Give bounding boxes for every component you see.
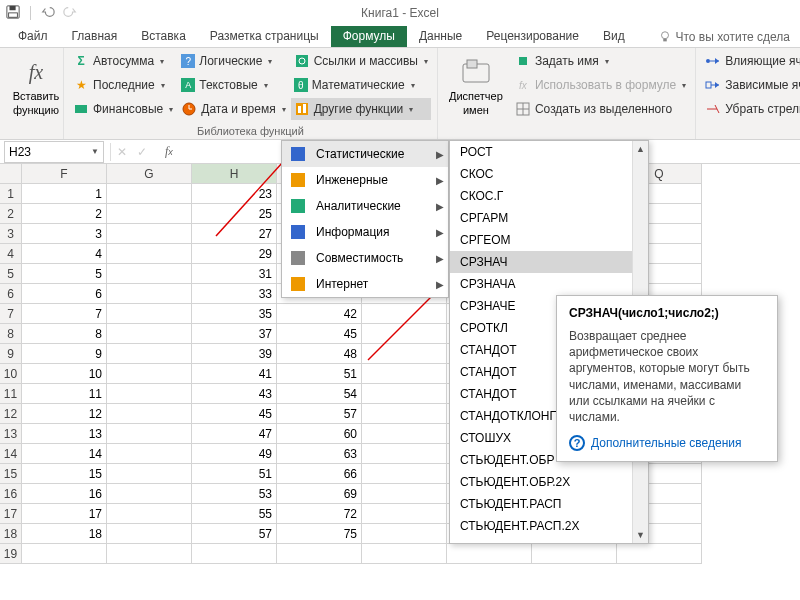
row-header[interactable]: 4 (0, 244, 22, 264)
row-header[interactable]: 18 (0, 524, 22, 544)
scroll-down-icon[interactable]: ▼ (633, 527, 648, 543)
cell[interactable]: 41 (192, 364, 277, 384)
tab-formulas[interactable]: Формулы (331, 26, 407, 47)
undo-icon[interactable] (41, 5, 55, 22)
cell[interactable] (362, 504, 447, 524)
insert-function-button[interactable]: fx Вставить функцию (6, 50, 66, 122)
cell[interactable] (107, 524, 192, 544)
tab-file[interactable]: Файл (6, 26, 60, 47)
cell[interactable]: 11 (22, 384, 107, 404)
cell[interactable]: 72 (277, 504, 362, 524)
cell[interactable] (22, 544, 107, 564)
logical-button[interactable]: ?Логические▾ (178, 50, 288, 72)
cell[interactable]: 45 (192, 404, 277, 424)
cell[interactable] (362, 344, 447, 364)
function-item[interactable]: СКОС (450, 163, 648, 185)
cell[interactable]: 35 (192, 304, 277, 324)
cell[interactable] (362, 324, 447, 344)
cell[interactable] (362, 524, 447, 544)
submenu-item[interactable]: Инженерные▶ (282, 167, 448, 193)
row-header[interactable]: 10 (0, 364, 22, 384)
fx-button[interactable]: fx (165, 144, 173, 159)
cell[interactable]: 60 (277, 424, 362, 444)
cell[interactable] (107, 404, 192, 424)
cell[interactable]: 8 (22, 324, 107, 344)
cell[interactable] (362, 484, 447, 504)
cell[interactable]: 39 (192, 344, 277, 364)
cell[interactable] (447, 544, 532, 564)
row-header[interactable]: 17 (0, 504, 22, 524)
cell[interactable]: 48 (277, 344, 362, 364)
financial-button[interactable]: Финансовые▾ (70, 98, 176, 120)
function-item[interactable]: СТЬЮДЕНТ.РАСП (450, 493, 648, 515)
cell[interactable] (107, 384, 192, 404)
col-header[interactable]: H (192, 164, 277, 184)
cell[interactable] (362, 424, 447, 444)
cell[interactable]: 55 (192, 504, 277, 524)
tell-me[interactable]: Что вы хотите сдела (654, 26, 801, 47)
row-header[interactable]: 12 (0, 404, 22, 424)
cell[interactable]: 25 (192, 204, 277, 224)
tab-layout[interactable]: Разметка страницы (198, 26, 331, 47)
tab-view[interactable]: Вид (591, 26, 637, 47)
cell[interactable] (107, 304, 192, 324)
row-header[interactable]: 11 (0, 384, 22, 404)
cell[interactable]: 51 (277, 364, 362, 384)
cell[interactable]: 66 (277, 464, 362, 484)
function-item[interactable]: СРЗНАЧ (450, 251, 648, 273)
cell[interactable] (107, 224, 192, 244)
cancel-icon[interactable]: ✕ (117, 145, 127, 159)
trace-precedents-button[interactable]: Влияющие ячейки (702, 50, 800, 72)
create-from-selection-button[interactable]: Создать из выделенного (512, 98, 689, 120)
col-header[interactable]: F (22, 164, 107, 184)
function-item[interactable]: СРЗНАЧА (450, 273, 648, 295)
cell[interactable]: 49 (192, 444, 277, 464)
row-header[interactable]: 9 (0, 344, 22, 364)
tab-home[interactable]: Главная (60, 26, 130, 47)
row-header[interactable]: 2 (0, 204, 22, 224)
tooltip-more-link[interactable]: ? Дополнительные сведения (569, 435, 765, 451)
function-item[interactable]: СРГЕОМ (450, 229, 648, 251)
remove-arrows-button[interactable]: Убрать стрелки▾ (702, 98, 800, 120)
cell[interactable]: 33 (192, 284, 277, 304)
cell[interactable] (107, 364, 192, 384)
function-item[interactable]: СТЬЮДЕНТ.РАСП.2Х (450, 515, 648, 537)
cell[interactable]: 5 (22, 264, 107, 284)
cell[interactable] (107, 484, 192, 504)
cell[interactable]: 1 (22, 184, 107, 204)
cell[interactable] (107, 424, 192, 444)
select-all-corner[interactable] (0, 164, 22, 184)
autosum-button[interactable]: ΣАвтосумма▾ (70, 50, 176, 72)
submenu-item[interactable]: Совместимость▶ (282, 245, 448, 271)
cell[interactable] (362, 364, 447, 384)
enter-icon[interactable]: ✓ (137, 145, 147, 159)
cell[interactable] (107, 284, 192, 304)
cell[interactable] (107, 324, 192, 344)
cell[interactable]: 10 (22, 364, 107, 384)
cell[interactable] (532, 544, 617, 564)
cell[interactable]: 51 (192, 464, 277, 484)
name-manager-button[interactable]: Диспетчер имен (444, 50, 508, 122)
function-item[interactable]: РОСТ (450, 141, 648, 163)
function-item[interactable]: СКОС.Г (450, 185, 648, 207)
cell[interactable]: 45 (277, 324, 362, 344)
cell[interactable] (107, 204, 192, 224)
cell[interactable]: 53 (192, 484, 277, 504)
text-button[interactable]: AТекстовые▾ (178, 74, 288, 96)
row-header[interactable]: 6 (0, 284, 22, 304)
submenu-item[interactable]: Интернет▶ (282, 271, 448, 297)
cell[interactable]: 12 (22, 404, 107, 424)
scroll-up-icon[interactable]: ▲ (633, 141, 648, 157)
row-header[interactable]: 3 (0, 224, 22, 244)
cell[interactable]: 17 (22, 504, 107, 524)
tab-data[interactable]: Данные (407, 26, 474, 47)
cell[interactable]: 15 (22, 464, 107, 484)
chevron-down-icon[interactable]: ▼ (91, 147, 99, 156)
cell[interactable] (107, 444, 192, 464)
row-header[interactable]: 5 (0, 264, 22, 284)
cell[interactable] (362, 444, 447, 464)
row-header[interactable]: 1 (0, 184, 22, 204)
cell[interactable]: 69 (277, 484, 362, 504)
name-box[interactable]: H23▼ (4, 141, 104, 163)
cell[interactable] (362, 304, 447, 324)
